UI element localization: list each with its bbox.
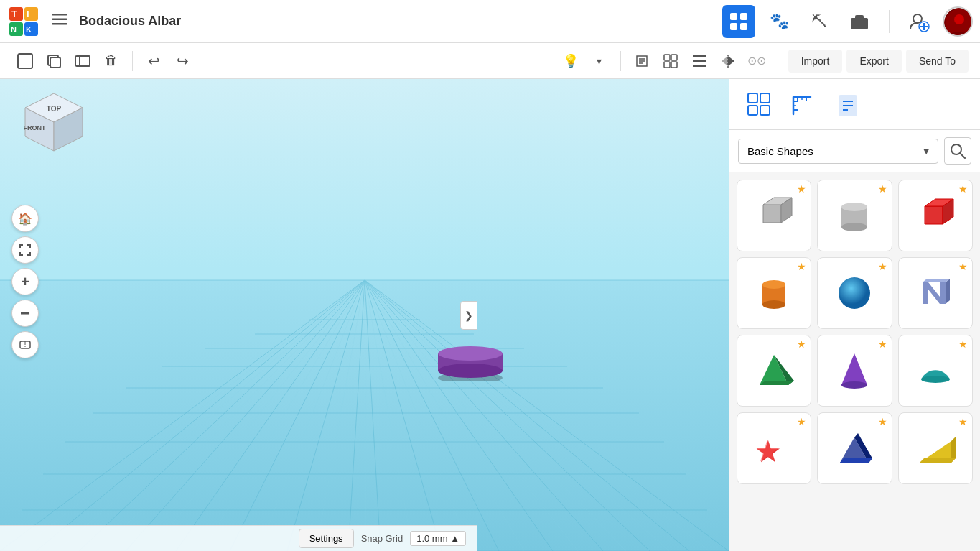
svg-point-91 (438, 364, 503, 378)
search-btn[interactable] (944, 137, 971, 165)
light-dropdown-btn[interactable]: ▾ (586, 47, 613, 75)
shape-item-dome[interactable]: ★ (898, 335, 973, 407)
svg-rect-32 (671, 55, 677, 60)
perspective-btn[interactable] (11, 331, 39, 358)
svg-marker-39 (0, 280, 729, 551)
svg-point-114 (841, 203, 867, 211)
copy-btn[interactable] (40, 47, 67, 75)
shape-item-cylinder-orange[interactable]: ★ (737, 257, 811, 329)
star-icon: ★ (878, 338, 887, 350)
svg-rect-34 (671, 62, 677, 68)
shape-item-cylinder-gray[interactable]: ★ (817, 180, 892, 251)
zoom-in-btn[interactable]: + (11, 268, 39, 295)
home-btn[interactable]: 🏠 (11, 205, 39, 232)
svg-rect-31 (664, 55, 670, 60)
star-icon: ★ (797, 183, 806, 195)
send-to-btn[interactable]: Send To (906, 50, 969, 73)
shape-item-box[interactable]: ★ (737, 180, 811, 251)
svg-text:TOP: TOP (47, 105, 62, 113)
export-btn[interactable]: Export (846, 50, 901, 73)
shape-dropdown[interactable]: Basic Shapes Letters Numbers Connectors … (738, 139, 938, 164)
avatar[interactable] (943, 6, 973, 37)
svg-rect-94 (760, 93, 770, 103)
panel-tabs (729, 79, 980, 130)
shapes-grid: ★ ★ (729, 172, 980, 551)
svg-marker-132 (840, 458, 872, 463)
svg-text:FRONT: FRONT (24, 124, 46, 131)
svg-marker-115 (925, 206, 943, 224)
flip-btn[interactable] (714, 47, 742, 75)
shape-item-star-text[interactable]: ★ ★ ★ (737, 412, 811, 484)
import-btn[interactable]: Import (788, 50, 843, 73)
delete-btn[interactable]: 🗑 (98, 47, 125, 75)
shape-item-prism[interactable]: ★ (817, 412, 892, 484)
note-btn[interactable] (628, 47, 655, 75)
svg-line-108 (961, 154, 966, 159)
duplicate-btn[interactable] (69, 47, 96, 75)
svg-rect-9 (52, 14, 67, 16)
star-icon: ★ (958, 261, 968, 272)
snap-grid-value[interactable]: 1.0 mm ▲ (410, 531, 466, 546)
snap-grid-label: Snap Grid (361, 533, 403, 544)
shape-item-text-n[interactable]: ★ (898, 257, 973, 329)
community-btn[interactable]: 🐾 (762, 5, 795, 38)
star-icon: ★ (878, 261, 887, 272)
shape-item-cone[interactable]: ★ (817, 335, 892, 407)
svg-rect-11 (52, 23, 67, 25)
svg-text:N: N (11, 25, 17, 34)
snap-btn[interactable]: ⊙⊙ (743, 47, 770, 75)
menu-icon[interactable] (47, 7, 72, 36)
svg-rect-14 (730, 23, 737, 30)
add-user-btn[interactable] (902, 5, 935, 38)
svg-marker-109 (763, 205, 781, 223)
shape-selector: Basic Shapes Letters Numbers Connectors … (729, 130, 980, 172)
grid-view-btn[interactable] (722, 5, 755, 38)
align-btn[interactable] (686, 47, 713, 75)
svg-rect-15 (740, 23, 747, 30)
settings-btn[interactable]: Settings (299, 529, 354, 548)
svg-point-18 (913, 14, 922, 23)
svg-point-113 (841, 223, 867, 231)
zoom-out-btn[interactable]: − (11, 300, 39, 327)
svg-text:K: K (26, 25, 32, 34)
new-shape-btn[interactable] (11, 47, 39, 75)
shape-item-sphere[interactable]: ★ (817, 257, 892, 329)
svg-rect-12 (730, 13, 737, 20)
tools-btn[interactable]: ⛏ (803, 5, 836, 38)
group-btn[interactable] (657, 47, 684, 75)
svg-point-126 (841, 381, 867, 389)
panel-toggle-arrow[interactable]: ❯ (460, 301, 477, 330)
svg-rect-17 (855, 15, 864, 21)
left-controls: 🏠 + − (11, 205, 39, 358)
light-btn[interactable]: 💡 (557, 47, 584, 75)
tinkercad-logo[interactable]: T I N K (7, 5, 40, 38)
svg-point-127 (921, 376, 950, 383)
svg-point-121 (839, 277, 870, 309)
shape-item-wedge[interactable]: ★ (898, 412, 973, 484)
svg-text:★: ★ (755, 437, 779, 466)
blocks-btn[interactable] (843, 5, 876, 38)
svg-rect-10 (52, 18, 67, 20)
ruler-tab[interactable] (785, 86, 821, 122)
redo-btn[interactable]: ↪ (169, 47, 196, 75)
canvas-area[interactable]: TOP FRONT 🏠 + − (0, 79, 729, 551)
toolbar: 🗑 ↩ ↪ 💡 ▾ ⊙⊙ Impo (0, 43, 980, 79)
navbar: T I N K Bodacious Albar 🐾 ⛏ (0, 0, 980, 43)
project-name: Bodacious Albar (79, 14, 393, 29)
view-cube[interactable]: TOP FRONT (22, 90, 86, 154)
star-icon: ★ (797, 416, 806, 427)
svg-rect-96 (760, 106, 770, 115)
fit-view-btn[interactable] (11, 236, 39, 264)
svg-rect-33 (664, 62, 670, 68)
svg-point-92 (438, 346, 503, 361)
star-icon: ★ (878, 416, 887, 427)
shape-item-box-red[interactable]: ★ (898, 180, 973, 251)
grid-canvas (0, 79, 729, 551)
separator-2 (620, 51, 621, 71)
undo-btn[interactable]: ↩ (140, 47, 167, 75)
notes-tab[interactable] (830, 86, 866, 122)
shape-item-pyramid-green[interactable]: ★ (737, 335, 811, 407)
purple-cylinder-shape[interactable] (431, 345, 503, 368)
svg-point-119 (762, 300, 785, 309)
grid-tab[interactable] (741, 86, 777, 122)
